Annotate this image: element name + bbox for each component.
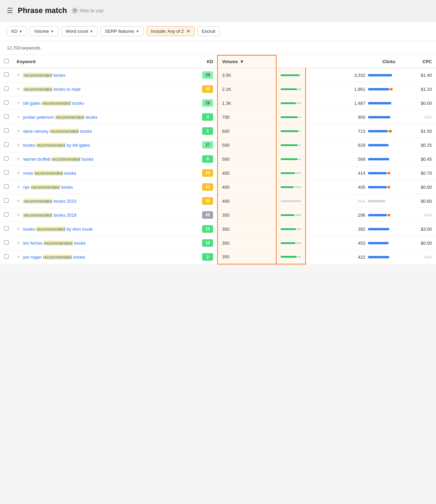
- kd-badge: 1: [202, 127, 213, 135]
- row-checkbox[interactable]: [4, 170, 9, 175]
- row-checkbox-cell[interactable]: [0, 110, 13, 124]
- keyword-link[interactable]: books recommended by elon musk: [23, 227, 93, 232]
- row-checkbox-cell[interactable]: [0, 82, 13, 96]
- clicks-bar: [368, 102, 395, 104]
- row-checkbox[interactable]: [4, 240, 9, 245]
- row-checkbox[interactable]: [4, 100, 9, 105]
- row-checkbox[interactable]: [4, 254, 9, 259]
- add-keyword-icon[interactable]: +: [17, 212, 20, 218]
- row-checkbox-cell[interactable]: [0, 236, 13, 250]
- volume-bar: [281, 130, 301, 132]
- volume-column-header[interactable]: Volume ▼: [217, 55, 276, 68]
- kd-cell: 29: [181, 68, 218, 82]
- kd-badge: 30: [202, 197, 213, 205]
- add-keyword-icon[interactable]: +: [17, 128, 20, 134]
- row-checkbox-cell[interactable]: [0, 68, 13, 82]
- select-all-header[interactable]: [0, 55, 13, 68]
- keyword-link[interactable]: jordan peterson recommended books: [23, 115, 97, 120]
- keyword-cell: + most recommended books: [13, 166, 181, 180]
- keyword-cell: + books recommended by bill gates: [13, 138, 181, 152]
- row-checkbox-cell[interactable]: [0, 194, 13, 208]
- row-checkbox-cell[interactable]: [0, 138, 13, 152]
- keyword-link[interactable]: bill gates recommended books: [23, 101, 84, 106]
- select-all-checkbox[interactable]: [4, 59, 9, 63]
- add-keyword-icon[interactable]: +: [17, 240, 20, 246]
- row-checkbox[interactable]: [4, 142, 9, 147]
- keyword-link[interactable]: tim ferriss recommended books: [23, 241, 86, 246]
- keyword-cell: + npr recommended books: [13, 180, 181, 194]
- volume-bar: [281, 242, 301, 244]
- filter-include-active[interactable]: Include: Any of 2 ✕: [146, 26, 195, 36]
- cpc-cell: N/A: [399, 250, 436, 264]
- row-checkbox[interactable]: [4, 184, 9, 189]
- keyword-link[interactable]: warren buffett recommended books: [23, 157, 94, 162]
- row-checkbox[interactable]: [4, 86, 9, 91]
- add-keyword-icon[interactable]: +: [17, 72, 20, 78]
- cpc-cell: $0.00: [399, 236, 436, 250]
- keyword-link[interactable]: recommended books: [23, 73, 65, 78]
- row-checkbox[interactable]: [4, 72, 9, 77]
- row-checkbox[interactable]: [4, 156, 9, 161]
- cpc-column-header[interactable]: CPC: [399, 55, 436, 68]
- add-keyword-icon[interactable]: +: [17, 142, 20, 148]
- keyword-link[interactable]: dave ramsey recommended books: [23, 129, 92, 134]
- add-keyword-icon[interactable]: +: [17, 114, 20, 120]
- keyword-link[interactable]: npr recommended books: [23, 185, 73, 190]
- keyword-count-label: 12,703 keywords: [7, 45, 40, 51]
- how-to-use-link[interactable]: ? How to use: [72, 8, 103, 14]
- filter-volume[interactable]: Volume ▼: [30, 26, 58, 36]
- add-keyword-icon[interactable]: +: [17, 226, 20, 232]
- add-keyword-icon[interactable]: +: [17, 170, 20, 176]
- filter-exclude[interactable]: Exclud: [197, 26, 220, 36]
- row-checkbox[interactable]: [4, 226, 9, 231]
- keyword-link[interactable]: recommended books 2018: [23, 213, 76, 218]
- add-keyword-icon[interactable]: +: [17, 100, 20, 106]
- row-checkbox-cell[interactable]: [0, 250, 13, 264]
- row-checkbox-cell[interactable]: [0, 166, 13, 180]
- add-keyword-icon[interactable]: +: [17, 86, 20, 92]
- row-checkbox-cell[interactable]: [0, 180, 13, 194]
- filter-word-count[interactable]: Word count ▼: [61, 26, 98, 36]
- keyword-link[interactable]: recommended books to read: [23, 87, 81, 92]
- table-row: + joe rogan recommended books 2 350 422: [0, 250, 436, 264]
- row-checkbox[interactable]: [4, 212, 9, 217]
- add-keyword-icon[interactable]: +: [17, 254, 20, 260]
- volume-bar-cell: [276, 222, 306, 236]
- row-checkbox-cell[interactable]: [0, 222, 13, 236]
- clicks-bar: [368, 256, 395, 258]
- volume-bar-cell: [276, 124, 306, 138]
- kd-badge: 40: [202, 183, 213, 191]
- clicks-cell: 296: [306, 208, 399, 222]
- volume-bar-cell: [276, 96, 306, 110]
- clicks-column-header[interactable]: Clicks: [306, 55, 399, 68]
- hamburger-icon[interactable]: ☰: [7, 6, 13, 15]
- kd-cell: 18: [181, 236, 218, 250]
- filter-serp-features[interactable]: SERP features ▼: [100, 26, 144, 36]
- volume-bar: [281, 88, 301, 90]
- row-checkbox[interactable]: [4, 198, 9, 203]
- row-checkbox-cell[interactable]: [0, 152, 13, 166]
- kd-badge: 29: [202, 71, 213, 79]
- kd-column-header[interactable]: KD: [181, 55, 218, 68]
- volume-cell: 350: [217, 250, 276, 264]
- close-icon[interactable]: ✕: [186, 29, 190, 34]
- row-checkbox-cell[interactable]: [0, 208, 13, 222]
- cpc-cell: $1.40: [399, 68, 436, 82]
- keyword-cell: + tim ferriss recommended books: [13, 236, 181, 250]
- filter-kd[interactable]: KD ▼: [7, 26, 27, 36]
- row-checkbox[interactable]: [4, 114, 9, 119]
- keyword-cell: + books recommended by elon musk: [13, 222, 181, 236]
- keyword-link[interactable]: books recommended by bill gates: [23, 143, 90, 148]
- row-checkbox[interactable]: [4, 128, 9, 133]
- keyword-link[interactable]: recommended books 2015: [23, 199, 76, 204]
- keyword-link[interactable]: most recommended books: [23, 171, 76, 176]
- row-checkbox-cell[interactable]: [0, 124, 13, 138]
- add-keyword-icon[interactable]: +: [17, 198, 20, 204]
- add-keyword-icon[interactable]: +: [17, 156, 20, 162]
- volume-value: 350: [222, 241, 229, 246]
- row-checkbox-cell[interactable]: [0, 96, 13, 110]
- keyword-link[interactable]: joe rogan recommended books: [23, 255, 85, 260]
- add-keyword-icon[interactable]: +: [17, 184, 20, 190]
- keywords-table-container: Keyword KD Volume ▼ Clicks CPC: [0, 55, 436, 264]
- volume-bar: [281, 74, 301, 76]
